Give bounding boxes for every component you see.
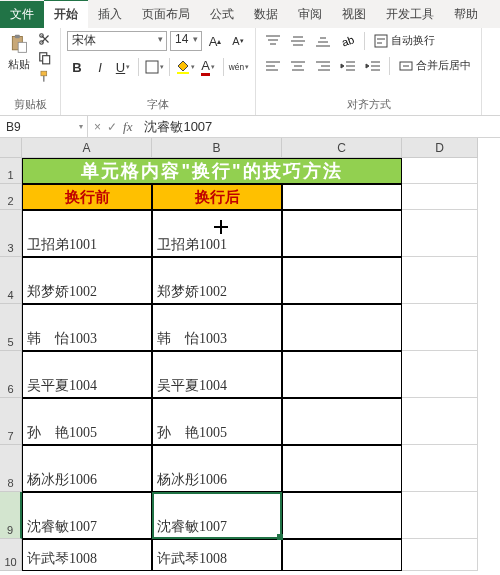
cell[interactable]: [282, 398, 402, 445]
tab-layout[interactable]: 页面布局: [132, 1, 200, 28]
wrap-text-button[interactable]: 自动换行: [370, 31, 439, 50]
cell[interactable]: 卫招弟1001: [152, 210, 282, 257]
tab-data[interactable]: 数据: [244, 1, 288, 28]
fill-color-button[interactable]: [175, 57, 195, 77]
row-header-7[interactable]: 7: [0, 398, 22, 445]
tab-formulas[interactable]: 公式: [200, 1, 244, 28]
format-painter-button[interactable]: [36, 69, 54, 85]
tab-file[interactable]: 文件: [0, 1, 44, 28]
font-color-button[interactable]: A: [198, 57, 218, 77]
copy-button[interactable]: [36, 50, 54, 66]
decrease-font-button[interactable]: A▾: [228, 31, 248, 51]
cell[interactable]: [402, 445, 478, 492]
row-header-3[interactable]: 3: [0, 210, 22, 257]
col-header-A[interactable]: A: [22, 138, 152, 158]
fx-icon[interactable]: fx: [123, 119, 132, 135]
cell[interactable]: [282, 184, 402, 210]
cell[interactable]: [402, 492, 478, 539]
italic-button[interactable]: I: [90, 57, 110, 77]
row-header-1[interactable]: 1: [0, 158, 22, 184]
cell[interactable]: [282, 492, 402, 539]
select-all-corner[interactable]: [0, 138, 22, 158]
increase-font-button[interactable]: A▴: [205, 31, 225, 51]
cell[interactable]: [282, 257, 402, 304]
cell[interactable]: [402, 304, 478, 351]
row-header-5[interactable]: 5: [0, 304, 22, 351]
clipboard-label: 剪贴板: [6, 95, 54, 114]
row-header-9[interactable]: 9: [0, 492, 22, 539]
row-header-2[interactable]: 2: [0, 184, 22, 210]
cell[interactable]: 孙 艳1005: [152, 398, 282, 445]
cut-button[interactable]: [36, 31, 54, 47]
cell[interactable]: 杨冰彤1006: [152, 445, 282, 492]
border-button[interactable]: [144, 57, 164, 77]
cell[interactable]: 杨冰彤1006: [22, 445, 152, 492]
cell[interactable]: 吴平夏1004: [152, 351, 282, 398]
tab-review[interactable]: 审阅: [288, 1, 332, 28]
ribbon-tabs: 文件 开始 插入 页面布局 公式 数据 审阅 视图 开发工具 帮助: [0, 0, 500, 28]
align-left-button[interactable]: [262, 57, 284, 75]
cell[interactable]: 郑梦娇1002: [22, 257, 152, 304]
cell[interactable]: 沈睿敏1007: [22, 492, 152, 539]
cell[interactable]: [402, 539, 478, 571]
cell[interactable]: [282, 445, 402, 492]
svg-rect-1: [15, 35, 20, 38]
cell[interactable]: [282, 210, 402, 257]
tab-dev[interactable]: 开发工具: [376, 1, 444, 28]
align-label: 对齐方式: [262, 95, 475, 114]
row-header-10[interactable]: 10: [0, 539, 22, 571]
col-header-B[interactable]: B: [152, 138, 282, 158]
cell[interactable]: [282, 304, 402, 351]
align-top-button[interactable]: [262, 32, 284, 50]
cell[interactable]: 孙 艳1005: [22, 398, 152, 445]
cell[interactable]: 沈睿敏1007: [152, 492, 282, 539]
cell[interactable]: [402, 257, 478, 304]
name-box[interactable]: B9: [0, 116, 88, 137]
underline-button[interactable]: U: [113, 57, 133, 77]
font-label: 字体: [67, 95, 249, 114]
cell[interactable]: [282, 351, 402, 398]
formula-bar[interactable]: 沈睿敏1007: [138, 116, 500, 137]
col-header-D[interactable]: D: [402, 138, 478, 158]
cell[interactable]: 韩 怡1003: [22, 304, 152, 351]
align-center-button[interactable]: [287, 57, 309, 75]
row-header-4[interactable]: 4: [0, 257, 22, 304]
header-cell[interactable]: 换行后: [152, 184, 282, 210]
cell[interactable]: [402, 184, 478, 210]
tab-view[interactable]: 视图: [332, 1, 376, 28]
cell[interactable]: [282, 539, 402, 571]
cell[interactable]: [402, 210, 478, 257]
formula-bar-row: B9 × ✓ fx 沈睿敏1007: [0, 116, 500, 138]
paste-button[interactable]: 粘贴: [6, 31, 32, 74]
merge-center-button[interactable]: 合并后居中: [395, 56, 475, 75]
orientation-button[interactable]: ab: [337, 32, 359, 50]
cell[interactable]: 卫招弟1001: [22, 210, 152, 257]
cell[interactable]: 韩 怡1003: [152, 304, 282, 351]
header-cell[interactable]: 换行前: [22, 184, 152, 210]
cell[interactable]: 吴平夏1004: [22, 351, 152, 398]
cell[interactable]: [402, 351, 478, 398]
align-bottom-button[interactable]: [312, 32, 334, 50]
font-size-select[interactable]: 14: [170, 31, 202, 51]
title-cell[interactable]: 单元格内容"换行"的技巧方法: [22, 158, 402, 184]
tab-home[interactable]: 开始: [44, 0, 88, 28]
enter-icon[interactable]: ✓: [107, 120, 117, 134]
cell[interactable]: 郑梦娇1002: [152, 257, 282, 304]
row-header-8[interactable]: 8: [0, 445, 22, 492]
phonetic-button[interactable]: wén: [229, 57, 249, 77]
col-header-C[interactable]: C: [282, 138, 402, 158]
cancel-icon[interactable]: ×: [94, 120, 101, 134]
bold-button[interactable]: B: [67, 57, 87, 77]
row-header-6[interactable]: 6: [0, 351, 22, 398]
cell[interactable]: [402, 398, 478, 445]
cell[interactable]: [402, 158, 478, 184]
tab-help[interactable]: 帮助: [444, 1, 488, 28]
cell[interactable]: 许武琴1008: [22, 539, 152, 571]
cell[interactable]: 许武琴1008: [152, 539, 282, 571]
tab-insert[interactable]: 插入: [88, 1, 132, 28]
decrease-indent-button[interactable]: [337, 57, 359, 75]
increase-indent-button[interactable]: [362, 57, 384, 75]
align-right-button[interactable]: [312, 57, 334, 75]
align-middle-button[interactable]: [287, 32, 309, 50]
font-name-select[interactable]: 宋体: [67, 31, 167, 51]
